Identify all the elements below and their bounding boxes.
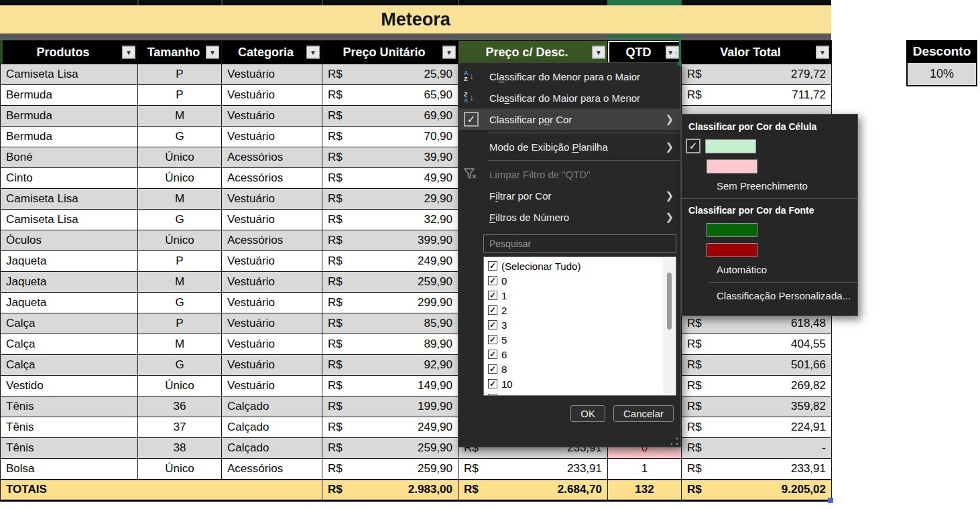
cell-tamanho[interactable]: P <box>138 313 222 334</box>
cell-produto[interactable]: Vestido <box>1 376 138 396</box>
font-color-green-swatch[interactable] <box>707 223 757 237</box>
menu-item-sort-descending[interactable]: ZA↓ Classificar do Maior para o Menor <box>458 87 680 108</box>
filter-value-item[interactable]: ✓0 <box>488 273 676 288</box>
cell-qtd[interactable]: 1 <box>608 459 682 480</box>
cell-preco-unitario[interactable]: R$70,90 <box>322 127 458 147</box>
cell-preco-unitario[interactable]: R$249,90 <box>322 251 458 272</box>
cell-categoria[interactable]: Calçado <box>222 438 322 459</box>
menu-item-filter-by-color[interactable]: Filtrar por Cor ❯ <box>458 185 680 206</box>
cell-produto[interactable]: Camiseta Lisa <box>1 210 138 230</box>
cell-preco-unitario[interactable]: R$89,90 <box>322 334 458 355</box>
filter-value-item[interactable]: ✓(Selecionar Tudo) <box>488 259 676 273</box>
cell-preco-unitario[interactable]: R$32,90 <box>322 210 458 230</box>
filter-value-item[interactable]: ✓2 <box>488 303 676 317</box>
filter-value-item[interactable]: ✓1 <box>488 288 676 303</box>
cell-preco-unitario[interactable]: R$85,90 <box>322 313 458 334</box>
custom-sort-option[interactable]: Classificação Personalizada... <box>682 286 857 305</box>
cell-preco-unitario[interactable]: R$259,90 <box>322 438 458 459</box>
cell-valor-total[interactable]: R$618,48 <box>682 313 832 334</box>
cell-produto[interactable]: Camiseta Lisa <box>1 64 138 85</box>
menu-item-sheet-view[interactable]: Modo de Exibição Planilha ❯ <box>458 136 680 157</box>
cell-tamanho[interactable]: Único <box>138 376 222 396</box>
checkbox-checked-icon[interactable]: ✓ <box>488 320 497 330</box>
cell-categoria[interactable]: Acessórios <box>222 459 322 480</box>
cell-preco-unitario[interactable]: R$39,90 <box>322 147 458 168</box>
cell-tamanho[interactable]: 38 <box>138 438 222 459</box>
menu-item-sort-ascending[interactable]: AZ↓ Classificar do Menor para o Maior <box>458 66 680 87</box>
desconto-value-cell[interactable]: 10% <box>906 63 977 86</box>
cell-tamanho[interactable]: 36 <box>138 396 222 417</box>
cell-produto[interactable]: Jaqueta <box>1 251 138 272</box>
cell-preco-unitario[interactable]: R$299,90 <box>322 293 458 313</box>
no-fill-option[interactable]: Sem Preenchimento <box>682 176 857 195</box>
cell-preco-unitario[interactable]: R$149,90 <box>322 376 458 396</box>
cell-tamanho[interactable]: G <box>138 210 222 230</box>
sort-by-font-color-green[interactable] <box>682 220 857 240</box>
cell-preco-unitario[interactable]: R$69,90 <box>322 106 458 127</box>
cell-preco-unitario[interactable]: R$49,90 <box>322 168 458 189</box>
cell-tamanho[interactable]: M <box>138 272 222 293</box>
filter-value-item[interactable]: ✓6 <box>488 347 676 362</box>
cell-valor-total[interactable]: R$359,82 <box>682 396 832 417</box>
checkbox-checked-icon[interactable]: ✓ <box>488 276 497 285</box>
scrollbar-thumb[interactable] <box>667 273 672 330</box>
search-input[interactable] <box>483 234 676 252</box>
filter-button-preco-desc[interactable]: ▼ <box>592 46 605 59</box>
cell-tamanho[interactable]: M <box>138 106 222 127</box>
cell-categoria[interactable]: Acessórios <box>222 230 322 251</box>
cell-preco-unitario[interactable]: R$399,90 <box>322 230 458 251</box>
menu-resize-grip[interactable] <box>670 437 678 445</box>
cell-categoria[interactable]: Calçado <box>222 396 322 417</box>
cell-categoria[interactable]: Vestuário <box>222 313 322 334</box>
cell-tamanho[interactable]: Único <box>138 147 222 168</box>
cell-preco-desc[interactable]: R$233,91 <box>458 459 608 480</box>
cell-categoria[interactable]: Vestuário <box>222 272 322 293</box>
checkbox-checked-icon[interactable]: ✓ <box>488 394 497 396</box>
cell-categoria[interactable]: Vestuário <box>222 251 322 272</box>
cell-valor-total[interactable]: R$404,55 <box>682 334 832 355</box>
cell-valor-total[interactable]: R$224,91 <box>682 417 832 438</box>
cell-valor-total[interactable]: R$269,82 <box>682 376 832 396</box>
filter-value-item[interactable]: ✓8 <box>488 362 676 376</box>
cell-tamanho[interactable]: G <box>138 293 222 313</box>
cell-categoria[interactable]: Acessórios <box>222 147 322 168</box>
cell-categoria[interactable]: Vestuário <box>222 85 322 106</box>
table-resize-handle[interactable] <box>828 498 833 503</box>
menu-item-sort-by-color[interactable]: ✓ Classificar por Cor ❯ <box>458 108 680 130</box>
qtd-fill-handle[interactable] <box>678 62 682 66</box>
cell-preco-unitario[interactable]: R$25,90 <box>322 64 458 85</box>
menu-item-number-filters[interactable]: Filtros de Número ❯ <box>458 206 680 228</box>
cell-categoria[interactable]: Vestuário <box>222 334 322 355</box>
cell-color-green-swatch[interactable] <box>705 139 756 153</box>
font-color-red-swatch[interactable] <box>707 243 757 257</box>
cell-preco-unitario[interactable]: R$259,90 <box>322 272 458 293</box>
filter-value-item[interactable]: ✓10 <box>488 376 676 391</box>
sort-by-font-color-red[interactable] <box>682 240 857 260</box>
automatic-option[interactable]: Automático <box>682 260 857 279</box>
list-scrollbar[interactable] <box>663 258 675 394</box>
cell-preco-unitario[interactable]: R$65,90 <box>322 85 458 106</box>
cell-produto[interactable]: Óculos <box>1 230 138 251</box>
checkbox-checked-icon[interactable]: ✓ <box>488 379 497 388</box>
sort-by-cell-color-pink[interactable] <box>682 156 857 176</box>
filter-button-valor-total[interactable]: ▼ <box>816 46 829 59</box>
cell-tamanho[interactable]: Único <box>138 230 222 251</box>
checkbox-checked-icon[interactable]: ✓ <box>488 335 497 344</box>
cell-produto[interactable]: Tênis <box>1 396 138 417</box>
cell-tamanho[interactable]: Único <box>138 459 222 480</box>
cell-categoria[interactable]: Vestuário <box>222 355 322 376</box>
checkbox-checked-icon[interactable]: ✓ <box>488 305 497 315</box>
cell-color-pink-swatch[interactable] <box>707 159 757 173</box>
checkbox-checked-icon[interactable]: ✓ <box>488 291 497 300</box>
cell-produto[interactable]: Boné <box>1 147 138 168</box>
cell-tamanho[interactable]: Único <box>138 168 222 189</box>
sort-by-cell-color-green[interactable]: ✓ <box>682 136 857 156</box>
cell-preco-unitario[interactable]: R$199,90 <box>322 396 458 417</box>
filter-button-produtos[interactable]: ▼ <box>122 46 135 59</box>
cell-categoria[interactable]: Acessórios <box>222 168 322 189</box>
cell-produto[interactable]: Calça <box>1 313 138 334</box>
cell-categoria[interactable]: Vestuário <box>222 106 322 127</box>
filter-button-qtd-sorted[interactable]: ▼↑ <box>666 46 679 59</box>
checkbox-checked-icon[interactable]: ✓ <box>488 261 497 271</box>
cell-tamanho[interactable]: P <box>138 251 222 272</box>
